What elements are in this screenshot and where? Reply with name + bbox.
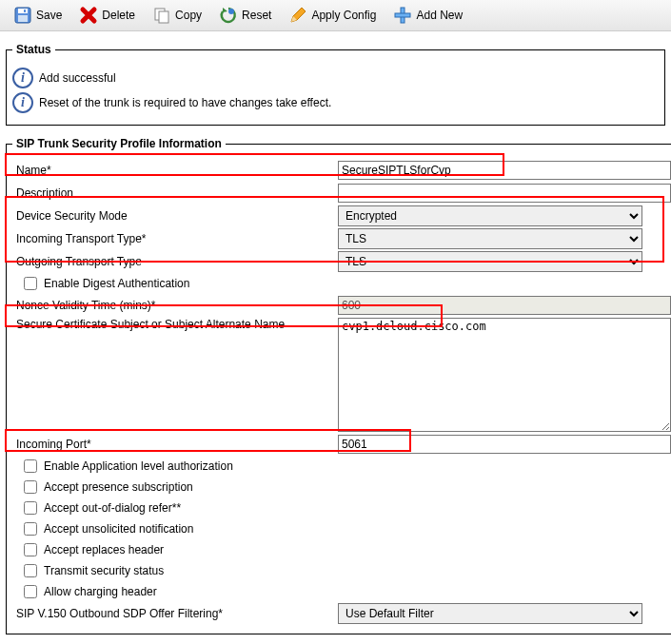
description-input[interactable] [338, 184, 671, 203]
presence-label: Accept presence subscription [44, 480, 193, 494]
nonce-label: Nonce Validity Time (mins)* [12, 299, 338, 312]
incoming-port-label: Incoming Port* [12, 438, 338, 451]
delete-icon [79, 6, 98, 25]
incoming-port-input[interactable] [338, 435, 671, 454]
outgoing-transport-select[interactable]: TLS [338, 251, 642, 272]
copy-button[interactable]: Copy [147, 4, 207, 27]
svg-rect-1 [18, 9, 28, 13]
v150-label: SIP V.150 Outbound SDP Offer Filtering* [12, 607, 338, 620]
status-reset-required: i Reset of the trunk is required to have… [12, 92, 659, 113]
unsolicited-label: Accept unsolicited notification [44, 522, 193, 536]
svg-point-6 [228, 9, 234, 14]
reset-label: Reset [242, 9, 271, 22]
info-icon: i [12, 68, 33, 88]
app-auth-checkbox[interactable] [24, 459, 37, 473]
profile-legend: SIP Trunk Security Profile Information [12, 137, 226, 150]
outgoing-transport-label: Outgoing Transport Type [12, 255, 338, 268]
copy-icon [152, 6, 171, 25]
save-button[interactable]: Save [8, 4, 68, 27]
add-new-button[interactable]: Add New [387, 4, 468, 27]
copy-label: Copy [175, 9, 202, 22]
cert-label: Secure Certificate Subject or Subject Al… [12, 318, 338, 331]
enable-digest-checkbox[interactable] [24, 277, 37, 290]
description-label: Description [12, 186, 338, 200]
incoming-transport-label: Incoming Transport Type* [12, 232, 338, 245]
save-icon [13, 6, 32, 25]
device-security-mode-label: Device Security Mode [12, 209, 338, 223]
charging-checkbox[interactable] [24, 585, 37, 598]
reset-button[interactable]: Reset [213, 4, 277, 27]
unsolicited-checkbox[interactable] [24, 522, 37, 536]
status-fieldset: Status i Add successful i Reset of the t… [6, 43, 665, 126]
status-add-successful: i Add successful [12, 68, 659, 88]
app-auth-label: Enable Application level authorization [44, 459, 233, 473]
replaces-checkbox[interactable] [24, 543, 37, 556]
incoming-transport-select[interactable]: TLS [338, 228, 642, 249]
status-text-1: Add successful [39, 71, 116, 85]
enable-digest-label: Enable Digest Authentication [44, 277, 189, 290]
transmit-label: Transmit security status [44, 564, 164, 577]
presence-checkbox[interactable] [24, 480, 37, 494]
save-label: Save [36, 9, 62, 22]
svg-rect-5 [159, 11, 168, 23]
replaces-label: Accept replaces header [44, 543, 164, 556]
delete-button[interactable]: Delete [73, 4, 141, 27]
refer-checkbox[interactable] [24, 501, 37, 515]
device-security-mode-select[interactable]: Encrypted [338, 205, 642, 226]
addnew-label: Add New [416, 9, 463, 22]
pencil-icon [288, 6, 307, 25]
transmit-checkbox[interactable] [24, 564, 37, 577]
status-text-2: Reset of the trunk is required to have c… [39, 96, 331, 109]
refer-label: Accept out-of-dialog refer** [44, 501, 181, 515]
apply-config-button[interactable]: Apply Config [283, 4, 382, 27]
status-legend: Status [12, 43, 55, 56]
toolbar: Save Delete Copy Reset [0, 0, 671, 31]
apply-label: Apply Config [311, 9, 376, 22]
nonce-input[interactable] [338, 296, 671, 315]
plus-icon [393, 6, 412, 25]
charging-label: Allow charging header [44, 585, 157, 598]
reset-icon [219, 6, 238, 25]
profile-fieldset: SIP Trunk Security Profile Information N… [6, 137, 671, 634]
svg-rect-3 [24, 10, 26, 12]
delete-label: Delete [102, 9, 135, 22]
info-icon: i [12, 92, 33, 113]
v150-select[interactable]: Use Default Filter [338, 603, 642, 624]
cert-textarea[interactable] [338, 318, 671, 432]
svg-rect-8 [395, 13, 410, 17]
name-input[interactable] [338, 161, 671, 180]
svg-rect-2 [18, 15, 28, 22]
name-label: Name* [12, 164, 338, 177]
